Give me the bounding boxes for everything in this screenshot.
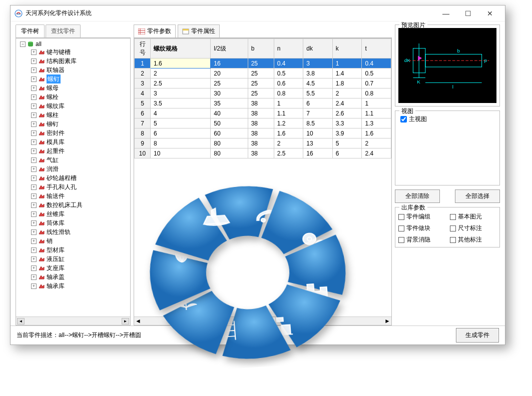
tree-item[interactable]: +模具库 [31,138,129,146]
tree-item[interactable]: +铆钉 [31,120,129,128]
out-param-item[interactable]: 背景消隐 [398,236,445,244]
tree-item[interactable]: +联轴器 [31,66,129,74]
expander-icon[interactable]: + [31,148,37,154]
params-table[interactable]: 行号螺纹规格l/2级bndkkt11.616250.4310.42220250.… [134,38,392,326]
tree-item[interactable]: +螺母 [31,84,129,92]
table-scroll-left-icon[interactable]: ◄ [135,318,141,324]
tree-item[interactable]: +数控机床工具 [31,200,129,210]
tree-root-label[interactable]: all [36,40,42,48]
expander-icon[interactable]: + [31,238,37,244]
column-header[interactable]: l/2级 [211,39,248,58]
table-row[interactable]: 11.616250.4310.4 [135,58,391,68]
expander-icon[interactable]: + [31,140,37,145]
tree-item[interactable]: +键与键槽 [31,48,129,56]
minimize-button[interactable]: — [435,6,457,20]
tab-part-attrs[interactable]: 零件属性 [178,24,220,38]
tree-item[interactable]: +砂轮越程槽 [31,174,129,182]
out-param-item[interactable]: 零件做块 [398,224,445,232]
tree-item[interactable]: +型材库 [31,246,129,254]
checkbox-icon[interactable] [450,237,456,243]
scroll-right-icon[interactable]: ► [122,318,129,324]
out-param-item[interactable]: 其他标注 [450,236,496,244]
tab-part-params[interactable]: 零件参数 [134,24,176,38]
out-param-item[interactable]: 尺寸标注 [450,224,496,232]
tab-parts-tree[interactable]: 零件树 [16,24,45,38]
parts-tree[interactable]: − all +键与键槽+结构图素库+联轴器+螺钉+螺母+螺栓+螺纹库+螺柱+铆钉… [16,38,131,326]
select-all-button[interactable]: 全部选择 [455,190,500,203]
table-row[interactable]: 2220250.53.81.40.5 [135,68,391,78]
view-checkbox-main[interactable] [400,116,407,122]
tree-item[interactable]: +销 [31,236,129,246]
table-scroll-right-icon[interactable]: ► [384,318,390,324]
expander-icon[interactable]: + [31,112,37,118]
table-row[interactable]: 32.525250.64.51.80.7 [135,78,391,88]
checkbox-icon[interactable] [450,226,456,232]
column-header[interactable]: 行号 [135,39,151,58]
column-header[interactable]: dk [303,39,333,58]
tree-item[interactable]: +螺栓 [31,92,129,102]
table-row[interactable]: 4330250.85.520.8 [135,88,391,98]
column-header[interactable]: b [248,39,274,58]
tree-item[interactable]: +润滑 [31,164,129,174]
checkbox-icon[interactable] [398,226,404,232]
tree-item[interactable]: +输送件 [31,192,129,200]
expander-icon[interactable]: + [31,130,37,136]
tree-item[interactable]: +手孔和人孔 [31,182,129,192]
expander-icon[interactable]: + [31,230,37,235]
expander-icon[interactable]: + [31,76,37,82]
checkbox-icon[interactable] [450,214,456,220]
expander-icon[interactable]: + [31,184,37,190]
column-header[interactable]: 螺纹规格 [151,39,211,58]
out-param-item[interactable]: 基本图元 [450,212,496,221]
tree-item[interactable]: +螺钉 [31,74,129,84]
maximize-button[interactable]: ☐ [457,6,479,20]
expander-icon[interactable]: + [31,104,37,109]
tree-item[interactable]: +轴承盖 [31,272,129,282]
column-header[interactable]: n [274,39,303,58]
generate-part-button[interactable]: 生成零件 [456,328,499,342]
expander-icon[interactable]: + [31,248,37,253]
tree-item[interactable]: +结构图素库 [31,56,129,66]
tree-item[interactable]: +起重件 [31,146,129,156]
checkbox-icon[interactable] [398,237,404,243]
table-row[interactable]: 7550381.28.53.31.3 [135,118,391,128]
expander-icon[interactable]: + [31,68,37,73]
tree-item[interactable]: +支座库 [31,264,129,272]
table-row[interactable]: 6440381.172.61.1 [135,108,391,118]
close-button[interactable]: ✕ [479,6,501,20]
expander-icon[interactable]: − [20,42,26,47]
expander-icon[interactable]: + [31,50,37,55]
expander-icon[interactable]: + [31,94,37,100]
expander-icon[interactable]: + [31,284,37,289]
expander-icon[interactable]: + [31,256,37,262]
tree-item[interactable]: +螺纹库 [31,102,129,110]
expander-icon[interactable]: + [31,274,37,280]
table-row[interactable]: 98803821352 [135,138,391,148]
table-row[interactable]: 101080382.51662.4 [135,148,391,158]
expander-icon[interactable]: + [31,266,37,271]
expander-icon[interactable]: + [31,158,37,163]
expander-icon[interactable]: + [31,176,37,181]
expander-icon[interactable]: + [31,202,37,208]
tree-item[interactable]: +轴承库 [31,282,129,290]
tree-item[interactable]: +气缸 [31,156,129,164]
column-header[interactable]: t [362,39,391,58]
tree-item[interactable]: +筒体库 [31,218,129,228]
expander-icon[interactable]: + [31,194,37,199]
expander-icon[interactable]: + [31,86,37,91]
view-item-main[interactable]: 主视图 [398,114,496,124]
expander-icon[interactable]: + [31,212,37,217]
tree-item[interactable]: +螺柱 [31,110,129,120]
tab-search-parts[interactable]: 查找零件 [46,24,81,38]
tree-item[interactable]: +液压缸 [31,254,129,264]
scroll-left-icon[interactable]: ◄ [17,318,25,324]
expander-icon[interactable]: + [31,166,37,172]
table-row[interactable]: 8660381.6103.91.6 [135,128,391,138]
tree-item[interactable]: +丝锥库 [31,210,129,218]
expander-icon[interactable]: + [31,122,37,127]
expander-icon[interactable]: + [31,220,37,226]
clear-all-button[interactable]: 全部清除 [395,190,440,203]
table-row[interactable]: 53.53538162.41 [135,98,391,108]
tree-item[interactable]: +线性滑轨 [31,228,129,236]
column-header[interactable]: k [332,39,362,58]
